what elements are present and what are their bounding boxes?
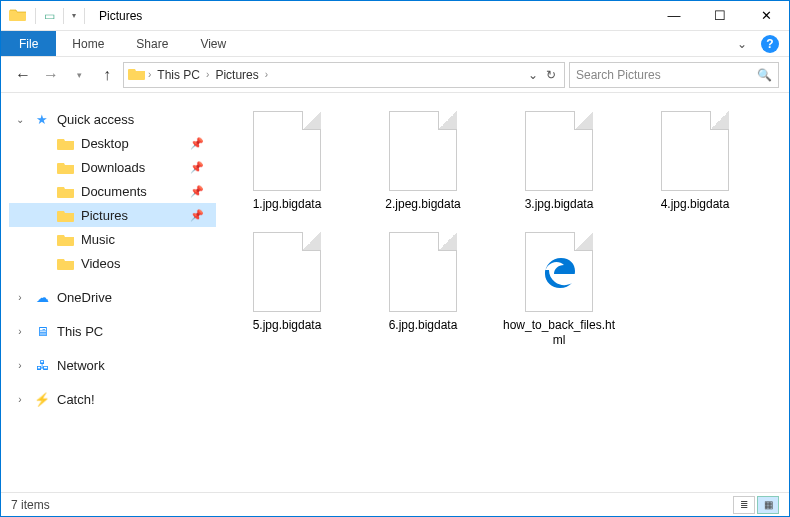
status-count: 7 items [11,498,50,512]
crumb-this-pc[interactable]: This PC [153,68,204,82]
file-name: 1.jpg.bigdata [253,197,322,212]
sidebar-item-label: Downloads [81,160,145,175]
expand-icon[interactable]: ⌄ [13,114,27,125]
file-name: 3.jpg.bigdata [525,197,594,212]
refresh-icon[interactable]: ↻ [546,68,556,82]
expand-icon[interactable]: › [13,360,27,371]
blank-file-icon [525,111,593,191]
pin-icon: 📌 [190,161,204,174]
folder-icon [57,158,75,176]
forward-button[interactable]: → [39,63,63,87]
sidebar-root-network[interactable]: ›🖧Network [9,353,216,377]
folder-icon [128,66,146,83]
sidebar-item-downloads[interactable]: Downloads📌 [9,155,216,179]
navigation-bar: ← → ▾ ↑ › This PC › Pictures › ⌄ ↻ Searc… [1,57,789,93]
titlebar: ▭ ▾ Pictures — ☐ ✕ [1,1,789,31]
tab-home[interactable]: Home [56,31,120,56]
sidebar-item-label: This PC [57,324,103,339]
sidebar-item-label: Music [81,232,115,247]
view-icons-button[interactable]: ▦ [757,496,779,514]
crumb-pictures[interactable]: Pictures [211,68,262,82]
star-icon: ★ [33,110,51,128]
tab-view[interactable]: View [184,31,242,56]
address-bar[interactable]: › This PC › Pictures › ⌄ ↻ [123,62,565,88]
file-item[interactable]: 2.jpeg.bigdata [362,111,484,212]
file-item[interactable]: 4.jpg.bigdata [634,111,756,212]
blank-file-icon [661,111,729,191]
blank-file-icon [253,232,321,312]
view-details-button[interactable]: ≣ [733,496,755,514]
back-button[interactable]: ← [11,63,35,87]
sidebar-root-catch-[interactable]: ›⚡Catch! [9,387,216,411]
sidebar-item-label: Desktop [81,136,129,151]
help-icon[interactable]: ? [761,35,779,53]
sidebar-item-documents[interactable]: Documents📌 [9,179,216,203]
sidebar-root-onedrive[interactable]: ›☁OneDrive [9,285,216,309]
pin-icon: 📌 [190,137,204,150]
sidebar-item-label: Pictures [81,208,128,223]
status-bar: 7 items ≣ ▦ [1,492,789,516]
ribbon: File Home Share View ⌄ ? [1,31,789,57]
blank-file-icon [389,111,457,191]
search-icon[interactable]: 🔍 [757,68,772,82]
edge-file-icon [525,232,593,312]
expand-icon[interactable]: › [13,326,27,337]
blank-file-icon [253,111,321,191]
up-button[interactable]: ↑ [95,63,119,87]
sidebar-item-label: OneDrive [57,290,112,305]
recent-locations-icon[interactable]: ▾ [67,63,91,87]
folder-icon [57,182,75,200]
qat-dropdown-icon[interactable]: ▾ [72,11,76,20]
address-dropdown-icon[interactable]: ⌄ [528,68,538,82]
folder-icon [57,206,75,224]
navigation-pane: ⌄ ★ Quick access Desktop📌Downloads📌Docum… [1,93,216,492]
file-pane[interactable]: 1.jpg.bigdata2.jpeg.bigdata3.jpg.bigdata… [216,93,789,492]
file-item[interactable]: 5.jpg.bigdata [226,232,348,348]
file-name: how_to_back_files.html [500,318,618,348]
chevron-right-icon[interactable]: › [148,69,151,80]
qat-properties-icon[interactable]: ▭ [44,9,55,23]
root-icon: 🖥 [33,322,51,340]
file-tab[interactable]: File [1,31,56,56]
sidebar-item-label: Documents [81,184,147,199]
maximize-button[interactable]: ☐ [697,1,743,31]
ribbon-collapse-icon[interactable]: ⌄ [737,37,747,51]
sidebar-item-label: Catch! [57,392,95,407]
sidebar-item-label: Videos [81,256,121,271]
folder-icon [57,230,75,248]
root-icon: ⚡ [33,390,51,408]
window-title: Pictures [99,9,142,23]
folder-icon [57,254,75,272]
search-input[interactable]: Search Pictures 🔍 [569,62,779,88]
file-name: 5.jpg.bigdata [253,318,322,333]
file-name: 6.jpg.bigdata [389,318,458,333]
root-icon: 🖧 [33,356,51,374]
explorer-icon [9,7,27,25]
expand-icon[interactable]: › [13,292,27,303]
file-item[interactable]: 6.jpg.bigdata [362,232,484,348]
close-button[interactable]: ✕ [743,1,789,31]
sidebar-item-desktop[interactable]: Desktop📌 [9,131,216,155]
blank-file-icon [389,232,457,312]
search-placeholder: Search Pictures [576,68,661,82]
sidebar-root-this-pc[interactable]: ›🖥This PC [9,319,216,343]
minimize-button[interactable]: — [651,1,697,31]
chevron-right-icon[interactable]: › [206,69,209,80]
sidebar-item-music[interactable]: Music [9,227,216,251]
file-name: 4.jpg.bigdata [661,197,730,212]
sidebar-item-pictures[interactable]: Pictures📌 [9,203,216,227]
file-item[interactable]: 1.jpg.bigdata [226,111,348,212]
chevron-right-icon[interactable]: › [265,69,268,80]
sidebar-item-label: Network [57,358,105,373]
tab-share[interactable]: Share [120,31,184,56]
pin-icon: 📌 [190,185,204,198]
root-icon: ☁ [33,288,51,306]
sidebar-item-videos[interactable]: Videos [9,251,216,275]
pin-icon: 📌 [190,209,204,222]
expand-icon[interactable]: › [13,394,27,405]
sidebar-label: Quick access [57,112,134,127]
file-item[interactable]: 3.jpg.bigdata [498,111,620,212]
file-item[interactable]: how_to_back_files.html [498,232,620,348]
folder-icon [57,134,75,152]
sidebar-quick-access[interactable]: ⌄ ★ Quick access [9,107,216,131]
